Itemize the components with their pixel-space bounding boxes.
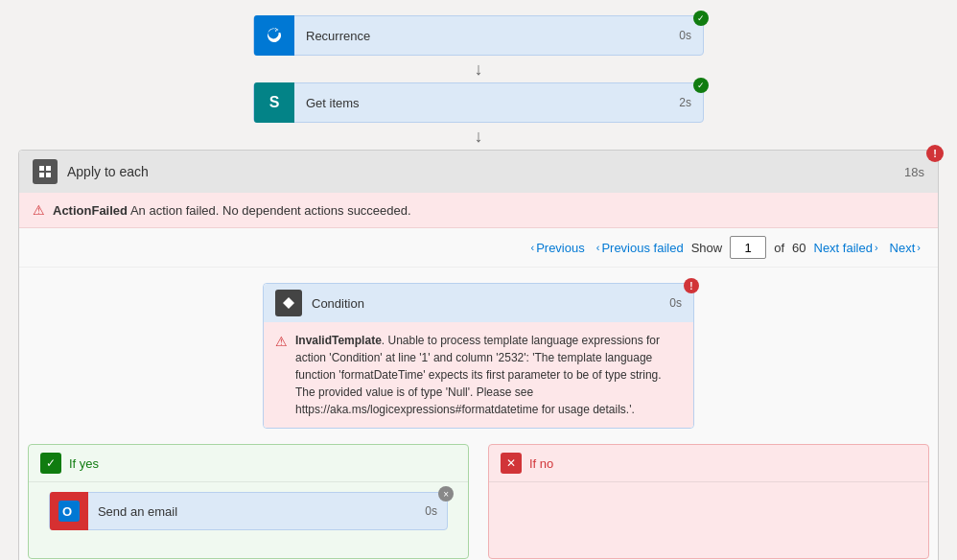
- of-label: of: [774, 241, 784, 255]
- if-yes-header: ✓ If yes: [29, 445, 468, 482]
- svg-rect-0: [39, 166, 44, 171]
- get-items-success-badge: ✓: [693, 78, 709, 93]
- recurrence-node[interactable]: Recurrence 0s ✓: [253, 15, 704, 56]
- arrow-1: ↓: [475, 56, 483, 82]
- if-no-body: [489, 482, 928, 502]
- if-yes-label: If yes: [69, 456, 99, 471]
- outlook-icon: O: [50, 492, 88, 530]
- send-email-time: 0s: [415, 504, 447, 518]
- action-failed-message: An action failed. No dependent actions s…: [130, 203, 411, 218]
- if-yes-panel: ✓ If yes O Send an email: [28, 444, 469, 559]
- previous-chevron: ‹: [530, 242, 534, 253]
- if-yes-body: O Send an email 0s ×: [29, 482, 468, 540]
- condition-error-body: ⚠ InvalidTemplate. Unable to process tem…: [264, 322, 693, 428]
- recurrence-icon: [254, 15, 294, 56]
- previous-button[interactable]: ‹ Previous: [526, 239, 588, 257]
- send-email-close-button[interactable]: ×: [438, 486, 454, 502]
- page-input[interactable]: [730, 236, 766, 259]
- condition-error-title: InvalidTemplate: [295, 334, 382, 347]
- workflow-canvas: Recurrence 0s ✓ ↓ S Get items 2s ✓ ↓ Ap: [0, 0, 957, 560]
- action-failed-icon: ⚠: [33, 202, 45, 218]
- if-no-label: If no: [529, 456, 553, 471]
- apply-to-each-title: Apply to each: [67, 164, 904, 179]
- recurrence-success-badge: ✓: [693, 11, 709, 26]
- next-failed-button[interactable]: Next failed ›: [810, 239, 882, 257]
- sharepoint-icon: S: [254, 82, 294, 123]
- get-items-label: Get items: [294, 96, 667, 110]
- branches-row: ✓ If yes O Send an email: [28, 444, 929, 559]
- condition-label: Condition: [312, 296, 669, 311]
- get-items-node[interactable]: S Get items 2s ✓: [253, 82, 704, 123]
- svg-rect-2: [39, 173, 44, 177]
- apply-to-each-time: 18s: [904, 165, 924, 179]
- next-failed-chevron: ›: [875, 242, 878, 253]
- condition-time: 0s: [669, 296, 682, 310]
- recurrence-time: 0s: [667, 29, 703, 42]
- condition-header: Condition 0s: [264, 284, 693, 322]
- show-label: Show: [691, 241, 723, 255]
- condition-error-full-text: InvalidTemplate. Unable to process templ…: [295, 332, 682, 418]
- apply-to-each-header[interactable]: Apply to each 18s !: [19, 151, 938, 193]
- send-email-node[interactable]: O Send an email 0s ×: [49, 492, 448, 530]
- apply-body: Condition 0s ! ⚠ InvalidTemplate. Unable…: [19, 268, 938, 560]
- send-email-label: Send an email: [88, 504, 415, 519]
- get-items-time: 2s: [667, 96, 703, 109]
- if-yes-icon: ✓: [40, 453, 61, 474]
- svg-text:O: O: [62, 504, 72, 519]
- previous-failed-chevron: ‹: [596, 242, 600, 253]
- condition-icon: [275, 290, 302, 316]
- apply-to-each-error-badge: !: [926, 145, 944, 162]
- next-button[interactable]: Next ›: [886, 239, 924, 257]
- total-pages: 60: [792, 241, 805, 255]
- recurrence-label: Recurrence: [294, 29, 667, 43]
- condition-card[interactable]: Condition 0s ! ⚠ InvalidTemplate. Unable…: [263, 283, 694, 429]
- action-failed-text: ActionFailed An action failed. No depend…: [53, 203, 411, 218]
- if-no-icon: ✕: [501, 453, 522, 474]
- if-no-header: ✕ If no: [489, 445, 928, 482]
- previous-failed-button[interactable]: ‹ Previous failed: [593, 239, 688, 257]
- svg-rect-1: [46, 166, 51, 171]
- action-failed-banner: ⚠ ActionFailed An action failed. No depe…: [19, 193, 938, 228]
- pagination-bar: ‹ Previous ‹ Previous failed Show of 60 …: [19, 228, 938, 268]
- next-chevron: ›: [917, 242, 921, 253]
- condition-error-badge: !: [684, 278, 699, 293]
- if-no-panel: ✕ If no: [488, 444, 929, 559]
- svg-rect-3: [46, 173, 51, 177]
- arrow-2: ↓: [475, 123, 483, 150]
- apply-to-each-container: Apply to each 18s ! ⚠ ActionFailed An ac…: [18, 150, 939, 560]
- condition-warning-icon: ⚠: [275, 332, 288, 418]
- apply-to-each-icon: [33, 159, 58, 184]
